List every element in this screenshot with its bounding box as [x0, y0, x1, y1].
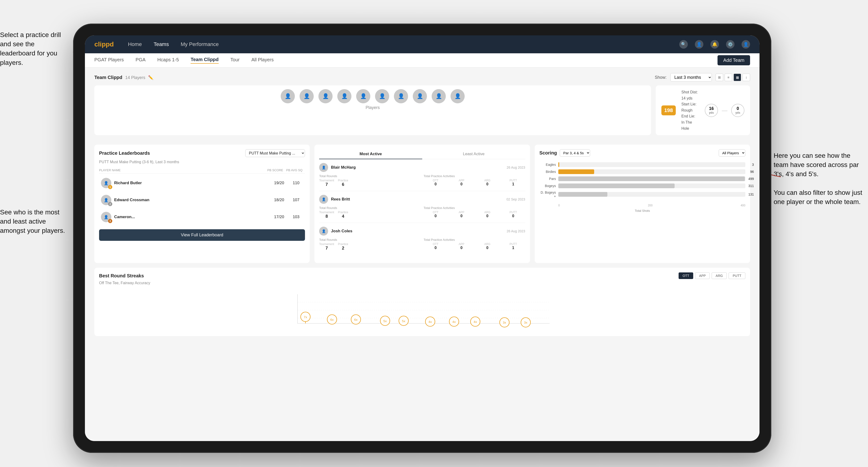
- practice-leaderboard-card: Practice Leaderboards PUTT Must Make Put…: [94, 145, 310, 263]
- lb-avg-3: 103: [289, 215, 303, 219]
- player-avatar[interactable]: 👤: [413, 89, 427, 103]
- activity-player-header-2: 👤 Rees Britt 02 Sep 2023: [319, 195, 525, 204]
- ott-label-1: OTT 0: [424, 179, 448, 186]
- svg-text:4x: 4x: [474, 320, 477, 323]
- tab-least-active[interactable]: Least Active: [422, 149, 525, 159]
- nav-teams[interactable]: Teams: [154, 41, 169, 48]
- activity-date-3: 26 Aug 2023: [507, 229, 525, 233]
- streaks-title: Best Round Streaks: [99, 273, 144, 279]
- annotation-bottom-left: See who is the most and least active amo…: [0, 208, 66, 236]
- streak-filter-putt[interactable]: PUTT: [728, 272, 745, 279]
- lb-score-1: 19/20: [272, 181, 286, 185]
- main-content: Team Clippd 14 Players ✏️ Show: Last 3 m…: [85, 67, 760, 441]
- stat-values-2: Tournament 8 Practice 4: [319, 211, 421, 219]
- player-avatar[interactable]: 👤: [394, 89, 408, 103]
- stat-values-1: Tournament 7 Practice 6: [319, 179, 421, 187]
- putt-label-1: PUTT 1: [501, 179, 525, 186]
- arg-label-3: ARG 0: [475, 243, 499, 250]
- leaderboard-dropdown[interactable]: PUTT Must Make Putting ...: [245, 149, 305, 157]
- scoring-player-filter[interactable]: All Players: [719, 149, 745, 157]
- app-label-1: APP 0: [450, 179, 474, 186]
- bar-row-double-bogeys: D. Bogeys + 131: [539, 191, 745, 198]
- bar-fill-double-bogeys: [558, 192, 607, 197]
- player-avatar[interactable]: 👤: [281, 89, 295, 103]
- streak-filter-arg[interactable]: ARG: [712, 272, 727, 279]
- settings-icon[interactable]: ⚙️: [726, 40, 735, 49]
- players-avatars: 👤 👤 👤 👤 👤 👤 👤 👤 👤 👤: [100, 89, 645, 103]
- tab-most-active[interactable]: Most Active: [319, 149, 422, 159]
- activity-avatar-2: 👤: [319, 195, 328, 204]
- view-full-leaderboard-button[interactable]: View Full Leaderboard: [99, 229, 305, 241]
- annotation-top-left: Select a practice drill and see the lead…: [0, 30, 66, 67]
- search-icon[interactable]: 🔍: [679, 40, 688, 49]
- grid-view-icon[interactable]: ⊞: [716, 73, 723, 81]
- user-icon[interactable]: 👤: [695, 40, 703, 49]
- shot-circles: 16 yds — 0 yds: [705, 104, 744, 117]
- bar-value-birdies: 96: [750, 170, 754, 174]
- stat-group-rounds-3: Total Rounds Tournament 7 Practice 2: [319, 238, 421, 251]
- view-icons: ⊞ ≡ ▦ ↕: [716, 73, 750, 81]
- bar-chart: Eagles 3 Birdies 96: [539, 160, 745, 203]
- activity-avatar-1: 👤: [319, 163, 328, 172]
- stat-group-practice-3: Total Practice Activities OTT 0 APP 0: [424, 238, 525, 251]
- app-label-2: APP 0: [450, 211, 474, 218]
- player-avatar[interactable]: 👤: [375, 89, 389, 103]
- bar-axis: 0 200 400: [539, 204, 745, 207]
- table-view-icon[interactable]: ↕: [743, 73, 750, 81]
- card-header: Practice Leaderboards PUTT Must Make Put…: [99, 149, 305, 157]
- player-avatar[interactable]: 👤: [356, 89, 370, 103]
- nav-performance[interactable]: My Performance: [181, 41, 219, 48]
- navbar: clippd Home Teams My Performance 🔍 👤 🔔 ⚙…: [85, 35, 760, 53]
- subnav-all-players[interactable]: All Players: [251, 57, 274, 63]
- player-avatar[interactable]: 👤: [451, 89, 465, 103]
- player-avatar[interactable]: 👤: [337, 89, 351, 103]
- stat-group-practice-1: Total Practice Activities OTT 0 APP 0: [424, 174, 525, 187]
- practice-sub-stats-3: OTT 0 APP 0 ARG 0: [424, 243, 525, 250]
- players-row-card: 👤 👤 👤 👤 👤 👤 👤 👤 👤 👤 Players: [94, 85, 651, 135]
- subnav-pgat[interactable]: PGAT Players: [94, 57, 124, 63]
- scoring-par-filter[interactable]: Par 3, 4 & 5s: [560, 149, 590, 157]
- subnav-pga[interactable]: PGA: [135, 57, 146, 63]
- nav-home[interactable]: Home: [128, 41, 142, 48]
- list-view-icon[interactable]: ≡: [724, 73, 732, 81]
- streak-filter-app[interactable]: APP: [695, 272, 710, 279]
- activity-name-1: Blair McHarg: [331, 165, 504, 170]
- bar-label-eagles: Eagles: [539, 163, 556, 166]
- subnav-tour[interactable]: Tour: [230, 57, 240, 63]
- card-view-icon[interactable]: ▦: [734, 73, 741, 81]
- player-avatar[interactable]: 👤: [300, 89, 314, 103]
- stat-group-rounds-2: Total Rounds Tournament 8 Practice 4: [319, 206, 421, 219]
- streaks-card: Best Round Streaks OTT APP ARG PUTT Off …: [94, 268, 750, 336]
- bar-fill-birdies: [558, 169, 594, 174]
- lb-score-2: 18/20: [272, 198, 286, 203]
- shot-info: Shot Dist: 14 yds Start Lie: Rough End L…: [681, 89, 699, 131]
- shot-badge: 198: [661, 105, 676, 115]
- bar-label-pars: Pars: [539, 177, 556, 181]
- navbar-nav: Home Teams My Performance: [128, 41, 219, 48]
- svg-text:6x: 6x: [330, 318, 334, 321]
- team-controls: Show: Last 3 months ⊞ ≡ ▦ ↕: [655, 73, 750, 82]
- avatar-icon[interactable]: 👤: [742, 40, 750, 49]
- activity-avatar-3: 👤: [319, 227, 328, 236]
- putt-label-3: PUTT 1: [501, 243, 525, 250]
- show-select[interactable]: Last 3 months: [670, 73, 712, 82]
- ott-label-3: OTT 0: [424, 243, 448, 250]
- streak-filter-ott[interactable]: OTT: [679, 272, 693, 279]
- subnav-hcaps[interactable]: Hcaps 1-5: [157, 57, 179, 63]
- bar-fill-eagles: [558, 162, 559, 167]
- lb-avatar-3: 👤 3: [101, 212, 111, 222]
- lb-score-3: 17/20: [272, 215, 286, 219]
- activity-date-1: 26 Aug 2023: [507, 165, 525, 169]
- navbar-icons: 🔍 👤 🔔 ⚙️ 👤: [679, 40, 750, 49]
- stat-tournament-1: Tournament 7: [319, 179, 334, 187]
- stat-label-2: Total Rounds: [319, 206, 421, 210]
- bell-icon[interactable]: 🔔: [710, 40, 719, 49]
- stat-practice-1: Practice 6: [338, 179, 348, 187]
- svg-text:5x: 5x: [383, 319, 387, 323]
- subnav-team-clippd[interactable]: Team Clippd: [191, 57, 219, 64]
- player-avatar[interactable]: 👤: [318, 89, 333, 103]
- bar-track-bogeys: 311: [558, 184, 745, 188]
- add-team-button[interactable]: Add Team: [717, 55, 750, 65]
- bar-fill-pars: [558, 177, 745, 181]
- player-avatar[interactable]: 👤: [432, 89, 446, 103]
